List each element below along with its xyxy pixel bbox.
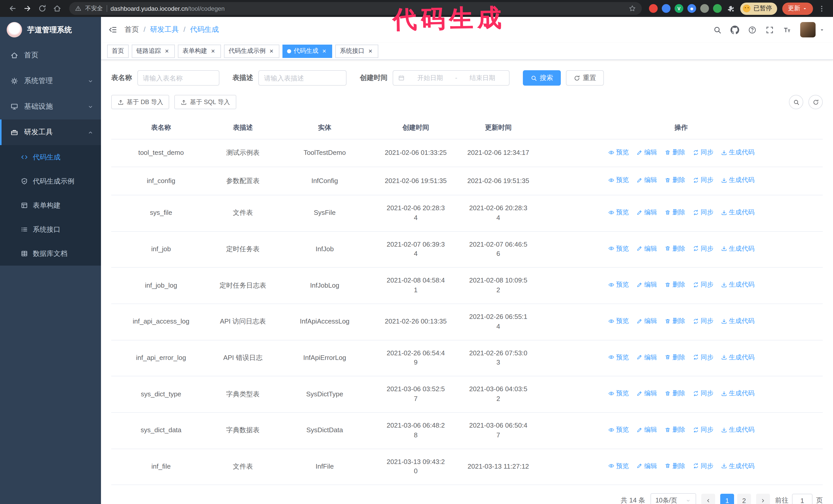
search-button[interactable]: 搜索	[523, 70, 561, 86]
user-avatar[interactable]	[800, 22, 815, 38]
tab-trace[interactable]: 链路追踪	[132, 44, 175, 58]
sidebar-item-system-management[interactable]: 系统管理	[0, 68, 101, 94]
preview-action[interactable]: 预览	[608, 148, 629, 157]
preview-action[interactable]: 预览	[608, 175, 629, 185]
sidebar-item-infrastructure[interactable]: 基础设施	[0, 94, 101, 119]
edit-action[interactable]: 编辑	[636, 461, 657, 471]
delete-action[interactable]: 删除	[664, 244, 685, 253]
edit-action[interactable]: 编辑	[636, 353, 657, 362]
green-check-extension-icon[interactable]: V	[674, 4, 683, 13]
edit-action[interactable]: 编辑	[636, 148, 657, 157]
delete-action[interactable]: 删除	[664, 175, 685, 185]
help-icon[interactable]	[748, 25, 757, 34]
sync-action[interactable]: 同步	[693, 148, 714, 157]
browser-back-button[interactable]	[8, 4, 17, 13]
tab-close-icon[interactable]	[164, 48, 170, 54]
toggle-search-button[interactable]	[789, 95, 803, 109]
tab-close-icon[interactable]	[321, 48, 328, 54]
delete-action[interactable]: 删除	[664, 425, 685, 434]
sidebar-subitem-system-api[interactable]: 系统接口	[0, 217, 101, 241]
update-button[interactable]: 更新	[782, 2, 813, 15]
sync-action[interactable]: 同步	[693, 316, 714, 326]
card-extension-icon[interactable]	[700, 4, 709, 13]
preview-action[interactable]: 预览	[608, 461, 629, 471]
preview-action[interactable]: 预览	[608, 389, 629, 398]
edit-action[interactable]: 编辑	[636, 244, 657, 253]
font-size-icon[interactable]	[783, 25, 791, 34]
github-icon[interactable]	[731, 25, 739, 34]
generate-code-action[interactable]: 生成代码	[721, 425, 755, 434]
delete-action[interactable]: 删除	[664, 461, 685, 471]
sidebar-subitem-form-builder[interactable]: 表单构建	[0, 193, 101, 217]
goto-page-input[interactable]	[792, 494, 812, 504]
breadcrumb-item-2[interactable]: 研发工具	[139, 25, 179, 34]
header-search-icon[interactable]	[713, 25, 722, 34]
sidebar-subitem-database-doc[interactable]: 数据库文档	[0, 241, 101, 266]
leaf-extension-icon[interactable]	[713, 4, 722, 13]
browser-forward-button[interactable]	[23, 4, 32, 13]
tab-close-icon[interactable]	[367, 48, 374, 54]
browser-home-button[interactable]	[53, 4, 62, 13]
page-button-1[interactable]: 1	[720, 494, 734, 504]
tab-form-builder[interactable]: 表单构建	[178, 44, 221, 58]
edit-action[interactable]: 编辑	[636, 425, 657, 434]
import-db-button[interactable]: 基于 DB 导入	[111, 95, 169, 109]
delete-action[interactable]: 删除	[664, 353, 685, 362]
tab-close-icon[interactable]	[268, 48, 275, 54]
import-sql-button[interactable]: 基于 SQL 导入	[174, 95, 236, 109]
sync-action[interactable]: 同步	[693, 353, 714, 362]
browser-menu-button[interactable]	[818, 4, 826, 13]
delete-action[interactable]: 删除	[664, 389, 685, 398]
sidebar-item-home[interactable]: 首页	[0, 43, 101, 68]
delete-action[interactable]: 删除	[664, 208, 685, 217]
breadcrumb-item-1[interactable]: 首页	[124, 25, 139, 34]
edit-action[interactable]: 编辑	[636, 175, 657, 185]
edit-action[interactable]: 编辑	[636, 389, 657, 398]
sidebar-item-dev-tools[interactable]: 研发工具	[0, 119, 101, 145]
edit-action[interactable]: 编辑	[636, 280, 657, 289]
people-extension-icon[interactable]: ☻	[687, 4, 696, 13]
tab-codegen-example[interactable]: 代码生成示例	[224, 44, 279, 58]
reset-button[interactable]: 重置	[566, 70, 604, 86]
paused-badge[interactable]: 已暂停	[740, 2, 777, 15]
prev-page-button[interactable]	[701, 494, 715, 504]
sync-action[interactable]: 同步	[693, 389, 714, 398]
sync-action[interactable]: 同步	[693, 208, 714, 217]
edit-action[interactable]: 编辑	[636, 316, 657, 326]
preview-action[interactable]: 预览	[608, 244, 629, 253]
address-bar[interactable]: 不安全 dashboard.yudao.iocoder.cn/tool/code…	[69, 2, 642, 15]
delete-action[interactable]: 删除	[664, 148, 685, 157]
delete-action[interactable]: 删除	[664, 316, 685, 326]
preview-action[interactable]: 预览	[608, 353, 629, 362]
create-time-range-picker[interactable]: 开始日期 - 结束日期	[392, 70, 509, 86]
sidebar-collapse-button[interactable]	[108, 25, 117, 34]
sidebar-subitem-code-generation-example[interactable]: 代码生成示例	[0, 169, 101, 193]
sync-action[interactable]: 同步	[693, 175, 714, 185]
generate-code-action[interactable]: 生成代码	[721, 148, 755, 157]
extensions-puzzle-icon[interactable]	[727, 4, 735, 13]
tab-system-api[interactable]: 系统接口	[335, 44, 378, 58]
generate-code-action[interactable]: 生成代码	[721, 175, 755, 185]
tab-close-icon[interactable]	[210, 48, 216, 54]
tab-home[interactable]: 首页	[107, 44, 129, 58]
table-desc-input[interactable]	[258, 70, 347, 86]
edit-action[interactable]: 编辑	[636, 208, 657, 217]
generate-code-action[interactable]: 生成代码	[721, 353, 755, 362]
preview-action[interactable]: 预览	[608, 208, 629, 217]
bookmark-star-icon[interactable]	[628, 5, 636, 12]
sync-action[interactable]: 同步	[693, 425, 714, 434]
user-menu-caret-icon[interactable]	[819, 27, 825, 32]
generate-code-action[interactable]: 生成代码	[721, 316, 755, 326]
preview-action[interactable]: 预览	[608, 316, 629, 326]
generate-code-action[interactable]: 生成代码	[721, 208, 755, 217]
sync-action[interactable]: 同步	[693, 280, 714, 289]
preview-action[interactable]: 预览	[608, 280, 629, 289]
page-size-select[interactable]: 10条/页	[650, 494, 696, 504]
table-name-input[interactable]	[137, 70, 219, 86]
refresh-table-button[interactable]	[808, 95, 823, 109]
page-button-2[interactable]: 2	[737, 494, 751, 504]
tab-codegen[interactable]: 代码生成	[282, 44, 332, 58]
generate-code-action[interactable]: 生成代码	[721, 389, 755, 398]
next-page-button[interactable]	[756, 494, 770, 504]
sync-action[interactable]: 同步	[693, 244, 714, 253]
